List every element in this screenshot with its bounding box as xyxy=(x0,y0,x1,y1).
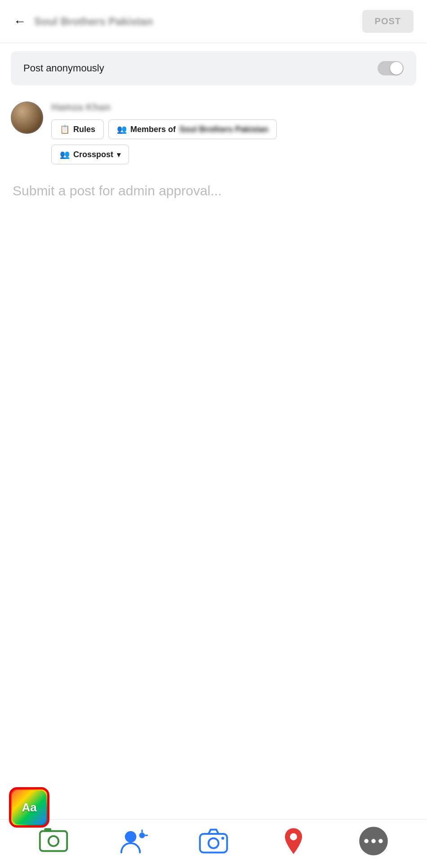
location-icon xyxy=(278,825,309,857)
members-icon: 👥 xyxy=(117,124,127,134)
members-button[interactable]: 👥 Members of Soul Brothers Pakistan xyxy=(108,119,277,139)
header: ← Soul Brothers Pakistan POST xyxy=(0,0,427,43)
svg-point-10 xyxy=(290,833,297,841)
bottom-toolbar: Aa xyxy=(0,819,427,868)
svg-point-14 xyxy=(378,839,383,843)
svg-point-3 xyxy=(125,831,136,842)
svg-point-1 xyxy=(49,836,58,846)
user-info: Hamza Khan 📋 Rules 👥 Members of Soul Bro… xyxy=(51,101,277,164)
svg-rect-7 xyxy=(200,834,227,852)
post-placeholder: Submit a post for admin approval... xyxy=(13,183,222,198)
anonymous-label: Post anonymously xyxy=(23,62,104,74)
action-buttons: 📋 Rules 👥 Members of Soul Brothers Pakis… xyxy=(51,119,277,139)
post-button[interactable]: POST xyxy=(362,10,414,33)
post-input-area[interactable]: Submit a post for admin approval... xyxy=(0,172,427,868)
svg-point-12 xyxy=(364,839,369,843)
anonymous-bar: Post anonymously xyxy=(11,51,416,85)
rules-button[interactable]: 📋 Rules xyxy=(51,119,104,139)
crosspost-chevron-icon: ▾ xyxy=(117,150,120,159)
svg-point-4 xyxy=(139,833,145,838)
members-group-name: Soul Brothers Pakistan xyxy=(179,125,268,134)
more-icon xyxy=(358,825,389,857)
svg-point-8 xyxy=(209,838,218,848)
person-icon xyxy=(118,825,149,857)
font-style-button[interactable]: Aa xyxy=(9,787,49,828)
back-button[interactable]: ← xyxy=(13,14,26,29)
font-icon: Aa xyxy=(12,790,46,824)
tag-person-button[interactable] xyxy=(118,828,149,855)
crosspost-button[interactable]: 👥 Crosspost ▾ xyxy=(51,145,129,164)
camera-button[interactable] xyxy=(198,828,229,855)
rules-label: Rules xyxy=(73,125,95,134)
group-title: Soul Brothers Pakistan xyxy=(34,15,153,28)
members-prefix: Members of xyxy=(130,125,176,134)
crosspost-icon: 👥 xyxy=(60,150,70,159)
toolbar-icons xyxy=(0,828,427,855)
user-section: Hamza Khan 📋 Rules 👥 Members of Soul Bro… xyxy=(0,93,427,172)
photo-button[interactable] xyxy=(38,828,69,855)
header-left: ← Soul Brothers Pakistan xyxy=(13,14,153,29)
svg-rect-0 xyxy=(40,831,67,851)
photo-icon xyxy=(38,825,69,857)
avatar xyxy=(11,101,43,134)
camera-icon xyxy=(198,825,229,857)
avatar-image xyxy=(11,101,43,134)
svg-point-9 xyxy=(222,837,224,839)
rules-icon: 📋 xyxy=(60,124,70,134)
user-name: Hamza Khan xyxy=(51,101,277,113)
svg-rect-2 xyxy=(44,828,51,832)
secondary-action-buttons: 👥 Crosspost ▾ xyxy=(51,145,277,164)
svg-point-13 xyxy=(371,839,376,843)
crosspost-label: Crosspost xyxy=(73,150,113,159)
location-button[interactable] xyxy=(278,828,309,855)
anonymous-toggle[interactable] xyxy=(378,61,404,75)
more-button[interactable] xyxy=(358,828,389,855)
